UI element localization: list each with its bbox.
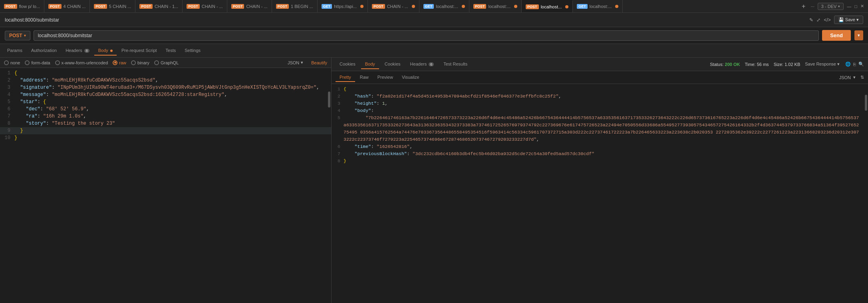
- window-close-icon[interactable]: ✕: [860, 4, 864, 9]
- line-content-4: "message": "moMnLEHjR8kfuCdDAKWVSzc55acq…: [14, 91, 331, 98]
- window-minimize-icon[interactable]: —: [847, 4, 851, 9]
- env-selector[interactable]: 3 - DEV ▾: [818, 3, 844, 10]
- resp-sort-icon[interactable]: ⇅: [860, 75, 864, 80]
- beautify-button[interactable]: Beautify: [311, 60, 327, 65]
- expand-icon[interactable]: ⤢: [816, 17, 820, 23]
- request-sub-tabs: Params Authorization Headers 8 Body Pre-…: [0, 44, 868, 58]
- radio-raw: [113, 60, 117, 65]
- size-value: 1.02 KB: [785, 62, 800, 67]
- resp-line-5: 5 "7b226461746163a7b22616464726573373223…: [332, 114, 868, 143]
- globe-icon-button[interactable]: 🌐: [845, 62, 851, 67]
- resp-line-3: 3 "height": 1,: [332, 100, 868, 107]
- save-response-button[interactable]: Save Response ▾: [805, 62, 840, 67]
- search-response-button[interactable]: 🔍: [858, 62, 864, 67]
- tab-label-11: localhost:...: [488, 4, 510, 9]
- tab-3[interactable]: POST 5 CHAIN ...: [90, 0, 135, 13]
- resp-format-selector[interactable]: JSON ▾ ⇅: [839, 75, 864, 80]
- resp-line-number-1: 1: [332, 86, 344, 93]
- scroll-handle-left[interactable]: [328, 92, 330, 108]
- code-line-3: 3 "signature": "INpPUm3hjUIRa90WT4eru8ad…: [0, 84, 331, 91]
- tab-9[interactable]: POST CHAIN - ...: [368, 0, 419, 13]
- tab-dot-10: [462, 5, 465, 8]
- tab-authorization[interactable]: Authorization: [27, 46, 61, 56]
- save-button[interactable]: 💾 Save ▾: [834, 16, 863, 24]
- add-tab-button[interactable]: +: [800, 2, 808, 10]
- tab-label-2: 4 CHAIN ...: [64, 4, 86, 9]
- right-panel: Cookies Body Cookies Headers 6 Test Resu…: [332, 58, 868, 303]
- scroll-handle-right[interactable]: [865, 95, 867, 111]
- tab-11[interactable]: POST localhost:...: [469, 0, 522, 13]
- resp-tab-cookies-1[interactable]: Cookies: [336, 60, 360, 69]
- body-dot: [110, 50, 113, 52]
- tab-2[interactable]: POST 4 CHAIN ...: [44, 0, 90, 13]
- body-type-none[interactable]: none: [4, 60, 20, 65]
- address-bar: localhost:8000/submitstar ✎ ⤢ </> 💾 Save…: [0, 13, 868, 27]
- tab-10[interactable]: GET localhost:...: [419, 0, 469, 13]
- window-maximize-icon[interactable]: □: [854, 4, 857, 9]
- method-badge-8: GET: [322, 4, 332, 9]
- method-badge-12: POST: [526, 4, 539, 9]
- tab-pre-request-script[interactable]: Pre-request Script: [117, 46, 161, 56]
- code-line-7: 7 "ra": "16h 29m 1.0s",: [0, 113, 331, 120]
- resp-format-chevron-icon: ▾: [853, 75, 856, 80]
- code-line-6: 6 "dec": "68° 52' 56.9",: [0, 106, 331, 113]
- code-icon[interactable]: </>: [824, 17, 830, 23]
- body-type-graphql[interactable]: GraphQL: [154, 60, 179, 65]
- response-actions: 🌐 ⎘ 🔍: [845, 62, 864, 67]
- resp-line-content-2: "hash": "f2a02e1d174f4a5d451e4953b47094a…: [344, 93, 868, 100]
- tab-12[interactable]: POST localhost...: [522, 0, 573, 13]
- resp-view-preview[interactable]: Preview: [373, 73, 397, 82]
- tab-8[interactable]: GET https://api...: [318, 0, 368, 13]
- method-selector[interactable]: POST ▾: [5, 31, 30, 40]
- tab-label-1: flow p/ lo...: [19, 4, 40, 9]
- body-type-urlencoded-label: x-www-form-urlencoded: [62, 60, 108, 65]
- tab-dot-9: [412, 5, 415, 8]
- body-type-urlencoded[interactable]: x-www-form-urlencoded: [55, 60, 108, 65]
- method-badge-7: POST: [276, 4, 289, 9]
- tab-body[interactable]: Body: [94, 46, 117, 56]
- method-chevron-icon: ▾: [24, 34, 26, 38]
- resp-tab-headers[interactable]: Headers 6: [406, 60, 438, 69]
- code-line-1: 1 {: [0, 70, 331, 77]
- resp-view-raw[interactable]: Raw: [356, 73, 373, 82]
- copy-response-button[interactable]: ⎘: [853, 62, 856, 67]
- line-number-1: 1: [0, 70, 14, 77]
- resp-view-pretty[interactable]: Pretty: [336, 73, 355, 82]
- edit-icon[interactable]: ✎: [809, 17, 813, 23]
- method-badge-5: POST: [187, 4, 200, 9]
- tab-7[interactable]: POST 1 BEGIN ...: [272, 0, 318, 13]
- tab-settings[interactable]: Settings: [181, 46, 205, 56]
- tab-params[interactable]: Params: [3, 46, 26, 56]
- resp-line-4: 4 "body":: [332, 107, 868, 114]
- send-dropdown-button[interactable]: ▾: [854, 30, 863, 40]
- resp-line-content-1: {: [344, 86, 868, 93]
- send-button[interactable]: Send: [822, 30, 851, 41]
- code-line-4: 4 "message": "moMnLEHjR8kfuCdDAKWVSzc55a…: [0, 91, 331, 98]
- more-tabs-button[interactable]: ···: [811, 4, 814, 9]
- tab-label-10: localhost:...: [436, 4, 458, 9]
- response-body-tabs: Pretty Raw Preview Visualize JSON ▾ ⇅: [332, 71, 868, 84]
- resp-tab-test-results[interactable]: Test Results: [439, 60, 471, 69]
- url-input[interactable]: [34, 30, 819, 41]
- tab-13[interactable]: GET localhost:...: [573, 0, 623, 13]
- tab-4[interactable]: POST CHAIN - 1...: [135, 0, 183, 13]
- resp-line-2: 2 "hash": "f2a02e1d174f4a5d451e4953b4709…: [332, 93, 868, 100]
- tab-1[interactable]: POST flow p/ lo...: [0, 0, 44, 13]
- radio-none: [4, 60, 9, 65]
- response-body-editor: 1 { 2 "hash": "f2a02e1d174f4a5d451e4953b…: [332, 84, 868, 303]
- resp-line-number-3: 3: [332, 100, 344, 107]
- resp-tab-body[interactable]: Body: [361, 60, 379, 69]
- resp-tab-cookies-2[interactable]: Cookies: [381, 60, 405, 69]
- body-type-raw[interactable]: raw: [113, 60, 126, 65]
- tab-tests[interactable]: Tests: [162, 46, 180, 56]
- request-body-editor[interactable]: 1 { 2 "address": "moMnLEHjR8kfuCdDAKWVSz…: [0, 68, 331, 303]
- body-type-binary[interactable]: binary: [131, 60, 149, 65]
- resp-view-visualize[interactable]: Visualize: [398, 73, 423, 82]
- tab-label-12: localhost...: [541, 4, 562, 9]
- body-type-form-data[interactable]: form-data: [25, 60, 50, 65]
- tab-6[interactable]: POST CHAIN - ...: [227, 0, 272, 13]
- tab-headers[interactable]: Headers 8: [62, 46, 93, 56]
- tab-actions: + ··· 3 - DEV ▾ — □ ✕: [796, 2, 868, 10]
- format-selector[interactable]: JSON ▾: [288, 60, 303, 65]
- tab-5[interactable]: POST CHAIN - ...: [183, 0, 227, 13]
